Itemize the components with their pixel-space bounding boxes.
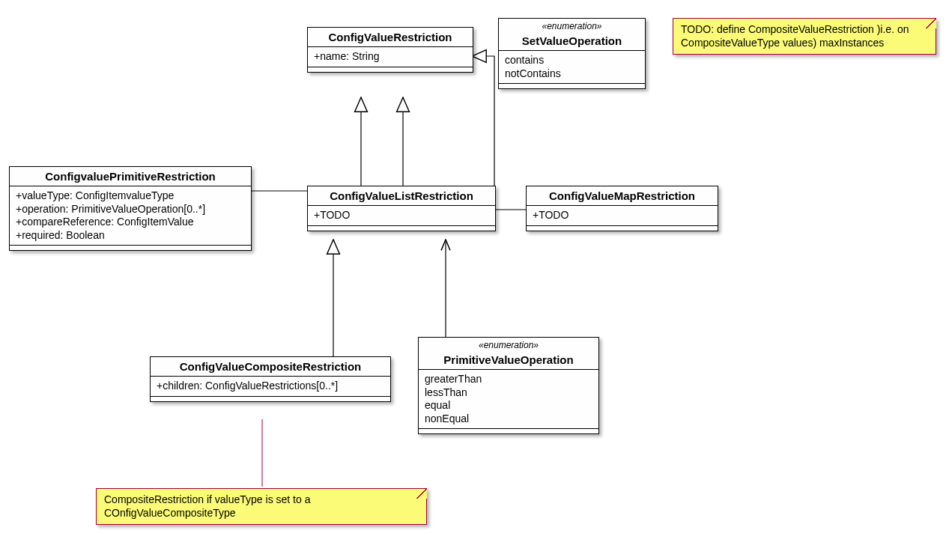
class-ops	[527, 226, 718, 231]
attr: notContains	[505, 67, 639, 81]
class-ops	[499, 84, 645, 88]
class-title: ConfigvaluePrimitiveRestriction	[10, 167, 251, 186]
class-title: ConfigValueCompositeRestriction	[151, 357, 390, 377]
attr: equal	[425, 399, 592, 413]
attr: +TODO	[314, 209, 489, 222]
class-title: PrimitiveValueOperation	[419, 350, 598, 370]
note-todo: TODO: define CompositeValueRestriction )…	[673, 18, 936, 55]
attr: +required: Boolean	[16, 229, 245, 243]
class-title: ConfigValueMapRestriction	[527, 186, 718, 206]
class-attrs: +children: ConfigValueRestrictions[0..*]	[151, 377, 390, 397]
attr: greaterThan	[425, 373, 592, 386]
class-ConfigValueRestriction: ConfigValueRestriction +name: String	[307, 27, 473, 73]
attr: +valueType: ConfigItemvalueType	[16, 189, 245, 203]
class-attrs: contains notContains	[499, 51, 645, 84]
attr: nonEqual	[425, 413, 592, 426]
class-ops	[419, 429, 598, 433]
connectors	[0, 0, 952, 560]
attr: +operation: PrimitiveValueOperation[0..*…	[16, 203, 245, 216]
class-ops	[151, 397, 390, 401]
class-ConfigValueCompositeRestriction: ConfigValueCompositeRestriction +childre…	[150, 356, 391, 402]
attr: +children: ConfigValueRestrictions[0..*]	[157, 380, 384, 393]
note-text: TODO: define CompositeValueRestriction )…	[681, 23, 909, 49]
class-attrs: +name: String	[308, 47, 473, 67]
attr: +name: String	[314, 50, 467, 64]
stereotype: «enumeration»	[419, 338, 598, 350]
class-title: SetValueOperation	[499, 31, 645, 51]
class-PrimitiveValueOperation: «enumeration» PrimitiveValueOperation gr…	[418, 337, 599, 434]
class-attrs: +TODO	[308, 206, 495, 226]
attr: contains	[505, 54, 639, 67]
class-SetValueOperation: «enumeration» SetValueOperation contains…	[498, 18, 646, 89]
attr: +compareReference: ConfigItemValue	[16, 216, 245, 229]
note-text: CompositeRestriction if valueType is set…	[104, 493, 310, 519]
attr: +TODO	[533, 209, 712, 222]
class-ops	[308, 226, 495, 231]
attr: lessThan	[425, 386, 592, 400]
class-ConfigvaluePrimitiveRestriction: ConfigvaluePrimitiveRestriction +valueTy…	[9, 166, 252, 251]
note-composite: CompositeRestriction if valueType is set…	[96, 488, 427, 525]
class-ops	[10, 246, 251, 250]
class-attrs: +TODO	[527, 206, 718, 226]
stereotype: «enumeration»	[499, 19, 645, 31]
class-title: ConfigValueRestriction	[308, 28, 473, 47]
class-attrs: +valueType: ConfigItemvalueType +operati…	[10, 186, 251, 246]
class-title: ConfigValueListRestriction	[308, 186, 495, 206]
class-ConfigValueMapRestriction: ConfigValueMapRestriction +TODO	[526, 186, 718, 231]
class-ops	[308, 67, 473, 72]
class-ConfigValueListRestriction: ConfigValueListRestriction +TODO	[307, 186, 496, 231]
class-attrs: greaterThan lessThan equal nonEqual	[419, 370, 598, 429]
